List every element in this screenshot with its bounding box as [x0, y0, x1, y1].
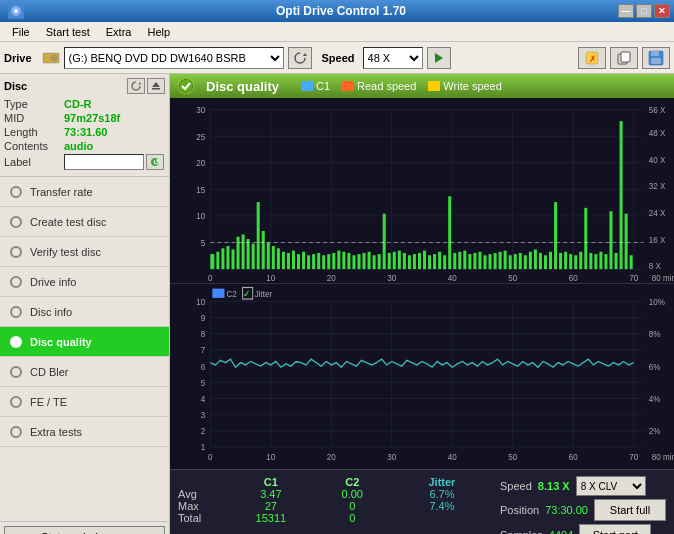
- contents-value: audio: [64, 140, 165, 152]
- svg-text:✗: ✗: [589, 54, 597, 64]
- total-label: Total: [178, 512, 223, 524]
- svg-rect-70: [272, 246, 275, 269]
- svg-rect-116: [504, 251, 507, 270]
- svg-text:10: 10: [196, 296, 205, 307]
- svg-rect-72: [282, 252, 285, 269]
- menu-file[interactable]: File: [4, 24, 38, 40]
- window-title: Opti Drive Control 1.70: [64, 4, 618, 18]
- menu-start-test[interactable]: Start test: [38, 24, 98, 40]
- svg-rect-103: [438, 252, 441, 269]
- speed-stat-label: Speed: [500, 480, 532, 492]
- svg-rect-132: [584, 208, 587, 269]
- svg-text:4%: 4%: [649, 393, 661, 404]
- nav-disc-quality-label: Disc quality: [30, 336, 92, 348]
- close-button[interactable]: ✕: [654, 4, 670, 18]
- nav-verify-test-disc[interactable]: Verify test disc: [0, 237, 169, 267]
- svg-rect-99: [418, 253, 421, 269]
- c2-header: C2: [319, 476, 386, 488]
- svg-rect-139: [620, 121, 623, 269]
- menu-extra[interactable]: Extra: [98, 24, 140, 40]
- nav-disc-quality[interactable]: Disc quality: [0, 327, 169, 357]
- svg-rect-64: [242, 234, 245, 269]
- read-speed-legend-label: Read speed: [357, 80, 416, 92]
- save-button[interactable]: [642, 47, 670, 69]
- svg-rect-87: [357, 254, 360, 269]
- svg-text:10: 10: [266, 451, 275, 462]
- svg-rect-110: [473, 253, 476, 269]
- sidebar: Disc Type CD-R MID 97m27s18f: [0, 74, 170, 534]
- menu-help[interactable]: Help: [139, 24, 178, 40]
- disc-quality-header: Disc quality C1 Read speed Write speed: [170, 74, 674, 98]
- svg-rect-91: [378, 254, 381, 269]
- svg-text:10%: 10%: [649, 296, 665, 307]
- nav-disc-info[interactable]: Disc info: [0, 297, 169, 327]
- svg-marker-5: [303, 53, 307, 56]
- svg-text:5: 5: [201, 237, 206, 248]
- write-speed-legend-label: Write speed: [443, 80, 502, 92]
- svg-rect-77: [307, 255, 310, 269]
- svg-rect-93: [388, 253, 391, 269]
- svg-rect-73: [287, 253, 290, 269]
- svg-text:✓: ✓: [243, 287, 250, 299]
- svg-text:8%: 8%: [649, 329, 661, 340]
- svg-rect-68: [262, 231, 265, 269]
- svg-rect-121: [529, 252, 532, 269]
- speed-go-button[interactable]: [427, 47, 451, 69]
- svg-rect-120: [524, 255, 527, 269]
- speed-select[interactable]: 48 X: [363, 47, 423, 69]
- max-c1: 27: [223, 500, 319, 512]
- maximize-button[interactable]: □: [636, 4, 652, 18]
- clv-select[interactable]: 8 X CLV: [576, 476, 646, 496]
- svg-rect-129: [569, 254, 572, 269]
- drive-label: Drive: [4, 52, 32, 64]
- svg-rect-137: [609, 211, 612, 269]
- avg-c2: 0.00: [319, 488, 386, 500]
- svg-rect-108: [463, 251, 466, 270]
- svg-text:16 X: 16 X: [649, 234, 666, 245]
- drive-refresh-button[interactable]: [288, 47, 312, 69]
- svg-rect-136: [604, 254, 607, 269]
- label-edit-button[interactable]: ↺: [146, 154, 164, 170]
- mid-value: 97m27s18f: [64, 112, 165, 124]
- svg-text:1: 1: [201, 442, 206, 453]
- max-jitter: 7.4%: [400, 500, 484, 512]
- svg-rect-97: [408, 255, 411, 269]
- start-full-button[interactable]: Start full: [594, 499, 666, 521]
- nav-fe-te[interactable]: FE / TE: [0, 387, 169, 417]
- svg-text:20: 20: [196, 158, 205, 169]
- label-input[interactable]: [64, 154, 144, 170]
- svg-point-1: [14, 9, 18, 13]
- svg-text:0: 0: [208, 451, 213, 462]
- jitter-header: Jitter: [400, 476, 484, 488]
- toolbar: Drive (G:) BENQ DVD DD DW1640 BSRB Speed…: [0, 42, 674, 74]
- disc-eject-button[interactable]: [147, 78, 165, 94]
- nav-transfer-rate[interactable]: Transfer rate: [0, 177, 169, 207]
- status-window-button[interactable]: Status window >>: [4, 526, 165, 534]
- svg-text:40 X: 40 X: [649, 154, 666, 165]
- svg-rect-117: [509, 255, 512, 269]
- svg-text:6%: 6%: [649, 361, 661, 372]
- start-part-button[interactable]: Start part: [579, 524, 651, 534]
- svg-rect-102: [433, 254, 436, 269]
- svg-rect-119: [519, 253, 522, 269]
- svg-rect-82: [332, 253, 335, 269]
- svg-text:9: 9: [201, 312, 206, 323]
- avg-jitter: 6.7%: [400, 488, 484, 500]
- nav-extra-tests[interactable]: Extra tests: [0, 417, 169, 447]
- svg-rect-85: [347, 253, 350, 269]
- drive-select[interactable]: (G:) BENQ DVD DD DW1640 BSRB: [64, 47, 284, 69]
- nav-create-test-disc[interactable]: Create test disc: [0, 207, 169, 237]
- svg-text:2: 2: [201, 426, 206, 437]
- erase-button[interactable]: ✗: [578, 47, 606, 69]
- minimize-button[interactable]: —: [618, 4, 634, 18]
- disc-reload-button[interactable]: [127, 78, 145, 94]
- chart2: C2 ✓ Jitter: [170, 284, 674, 469]
- nav-cd-bler[interactable]: CD Bler: [0, 357, 169, 387]
- nav-drive-info[interactable]: Drive info: [0, 267, 169, 297]
- svg-rect-127: [559, 253, 562, 269]
- nav-cd-bler-label: CD Bler: [30, 366, 69, 378]
- copy-button[interactable]: [610, 47, 638, 69]
- svg-rect-131: [579, 252, 582, 269]
- svg-text:↺: ↺: [153, 158, 160, 167]
- svg-rect-134: [594, 254, 597, 269]
